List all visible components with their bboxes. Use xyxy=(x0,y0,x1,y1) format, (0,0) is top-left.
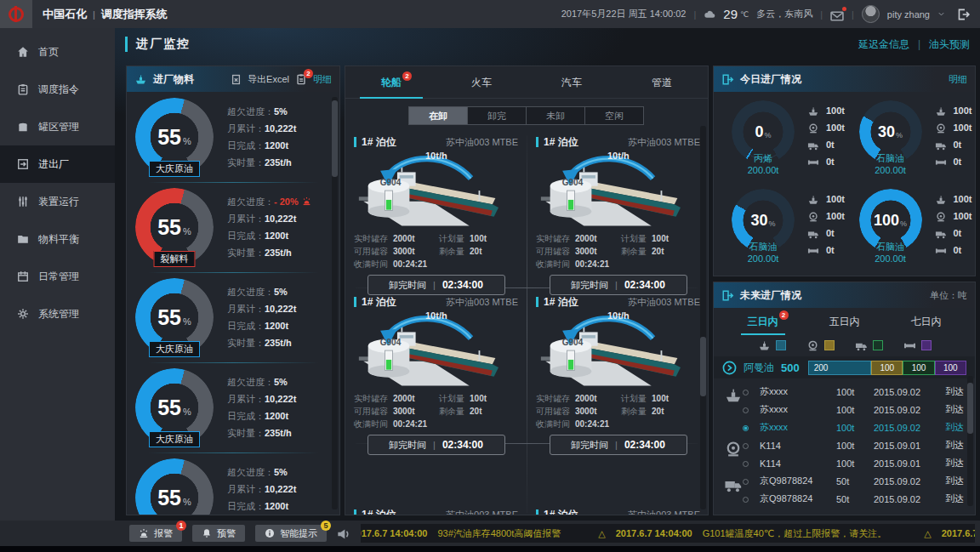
today-gauge-cell: 30% 石脑油 200.00t 100t 100t 0t 0t xyxy=(846,95,974,184)
table-row[interactable]: 苏xxxx100t2015.09.02到达 xyxy=(714,401,975,418)
unit-label: 单位：吨 xyxy=(930,289,967,302)
delay-fee-link[interactable]: 延迟金信息 xyxy=(858,37,909,52)
ship-tank-illustration xyxy=(536,312,700,390)
table-row[interactable]: 京Q987882450t2015.09.02到达 xyxy=(714,490,975,508)
bottom-strip xyxy=(0,546,980,552)
tab-5-days[interactable]: 五日内 xyxy=(804,315,886,335)
truck-icon xyxy=(855,339,868,350)
sidebar: 首页 调度指令 罐区管理 进出厂 装置运行 物料平衡 日常管理 系统管理 xyxy=(0,28,115,521)
today-gauge-cell: 30% 石脑油 200.00t 100t 100t 0t 0t xyxy=(719,184,846,272)
berth-card: 1# 泊位苏中油003 MTBE xyxy=(527,292,708,443)
folder-icon xyxy=(17,233,29,245)
smart-tips-button[interactable]: 智能提示5 xyxy=(255,525,327,542)
material-gauge: 55% 大庆原油 xyxy=(135,458,214,515)
user-avatar[interactable] xyxy=(862,5,880,23)
home-icon xyxy=(17,46,29,58)
status-tab-idle[interactable]: 空闲 xyxy=(584,106,644,125)
timeline-dot xyxy=(743,390,749,396)
ship-tab-badge: 2 xyxy=(402,71,412,81)
tab-truck[interactable]: 汽车 xyxy=(527,76,617,98)
table-row[interactable]: K114100t2015.09.01到达 xyxy=(714,454,975,472)
mail-icon[interactable] xyxy=(830,9,844,20)
report-icon[interactable]: 2 xyxy=(295,73,307,85)
export-excel-button[interactable]: 导出Excel xyxy=(248,73,289,86)
sidebar-item-tank-farm[interactable]: 罐区管理 xyxy=(0,108,115,145)
sidebar-item-system-management[interactable]: 系统管理 xyxy=(0,295,115,333)
material-gauge: 55% 裂解料 xyxy=(135,188,214,266)
temperature: 29 xyxy=(723,7,738,21)
speaker-icon[interactable] xyxy=(337,527,350,539)
ship-icon xyxy=(724,386,743,397)
alarm-button[interactable]: 报警1 xyxy=(129,525,182,542)
today-panel-title: 今日进厂情况 xyxy=(740,72,801,87)
oil-head-forecast-link[interactable]: 油头预测 xyxy=(929,37,970,52)
train-icon xyxy=(935,211,947,221)
gear-icon xyxy=(17,308,29,320)
ship-icon xyxy=(134,73,147,86)
future-scrollbar[interactable] xyxy=(967,383,973,434)
weather-cloud-icon xyxy=(704,9,715,20)
vessel-name: 苏中油003 MTBE xyxy=(628,296,700,309)
materials-detail-link[interactable]: 明细 xyxy=(313,73,332,86)
status-tab-unloading[interactable]: 在卸 xyxy=(408,106,468,125)
bar-segment-ship: 200 xyxy=(808,361,872,375)
stacked-bar: 200 100 100 100 xyxy=(808,361,966,375)
page-title: 进厂监控 xyxy=(125,37,191,52)
app-title: 中国石化 | 调度指挥系统 xyxy=(43,7,168,22)
warning-button[interactable]: 预警 xyxy=(192,525,245,542)
tab-7-days[interactable]: 七日内 xyxy=(886,315,967,335)
material-summary-row: 阿曼油 500 200 100 100 100 xyxy=(714,356,975,378)
vessels-scrollbar[interactable] xyxy=(700,337,706,396)
bell-icon xyxy=(202,528,212,538)
status-tab-not-unloaded[interactable]: 未卸 xyxy=(526,106,585,125)
future-arrivals-panel: 未来进厂情况 单位：吨 三日内2 五日内 七日内 阿曼油 50 xyxy=(713,282,976,515)
timeline-dot xyxy=(743,479,749,485)
logout-icon[interactable] xyxy=(956,8,970,21)
sidebar-item-material-balance[interactable]: 物料平衡 xyxy=(0,220,115,258)
gauge-amount: 200.00t xyxy=(721,165,806,175)
user-name[interactable]: pity zhang xyxy=(887,9,930,20)
bar-segment-truck: 100 xyxy=(903,361,934,375)
berth-scene: 10t/h G904 xyxy=(536,152,700,230)
today-gauge-cell: 0% 丙烯 200.00t 100t 100t 0t 0t xyxy=(719,95,846,184)
sidebar-item-daily-management[interactable]: 日常管理 xyxy=(0,258,115,295)
tab-ship[interactable]: 轮船2 xyxy=(346,76,436,98)
gauge-material-name: 石脑油 xyxy=(721,241,806,253)
brand-divider: | xyxy=(93,9,95,20)
sinopec-logo-icon xyxy=(9,7,24,22)
sidebar-item-home[interactable]: 首页 xyxy=(0,33,115,71)
today-detail-link[interactable]: 明细 xyxy=(949,73,967,86)
material-gauge: 55% 大庆原油 xyxy=(135,368,214,447)
sidebar-item-unit-operation[interactable]: 装置运行 xyxy=(0,183,115,220)
brand-name: 中国石化 xyxy=(43,7,87,22)
table-row[interactable]: K114100t2015.09.01到达 xyxy=(714,436,975,454)
sidebar-item-in-out-factory[interactable]: 进出厂 xyxy=(0,145,115,183)
truck-icon xyxy=(935,139,947,150)
unload-time-button[interactable]: 卸完时间|02:34:00 xyxy=(550,435,687,455)
alert-bar: 报警1 预警 智能提示5 △2017.6.7 14:04:0093#汽油库存48… xyxy=(0,521,980,546)
materials-scrollbar[interactable] xyxy=(332,100,338,177)
tab-pipeline[interactable]: 管道 xyxy=(617,76,707,98)
unload-time-button[interactable]: 卸完时间|02:34:00 xyxy=(368,435,505,455)
table-row-selected[interactable]: 苏xxxx100t2015.09.02到达 xyxy=(714,418,975,436)
tank-id: G904 xyxy=(555,178,590,187)
tab-train[interactable]: 火车 xyxy=(436,76,527,98)
tab-3-days[interactable]: 三日内2 xyxy=(722,315,804,335)
ship-icon xyxy=(807,194,819,204)
system-name: 调度指挥系统 xyxy=(101,7,168,22)
sidebar-item-dispatch-orders[interactable]: 调度指令 xyxy=(0,71,115,108)
tank-id: G904 xyxy=(555,338,590,347)
berth-card: 1# 泊位苏中油003 MTBE xyxy=(527,132,708,283)
mail-notification-dot xyxy=(842,7,846,11)
bar-segment-train: 100 xyxy=(871,361,903,375)
material-name-badge: 裂解料 xyxy=(154,251,196,267)
timeline-dot-selected xyxy=(743,425,749,431)
status-tab-unloaded[interactable]: 卸完 xyxy=(467,106,527,125)
future-arrivals-table: 苏xxxx100t2015.09.02到达 苏xxxx100t2015.09.0… xyxy=(714,383,975,508)
alert-message: △2017.6.7 14:04:00G101罐温度40℃，超过上限报警，请关注。 xyxy=(598,527,886,540)
expand-icon[interactable] xyxy=(722,361,737,375)
table-row[interactable]: 京Q987882450t2015.09.02到达 xyxy=(714,472,975,490)
chevron-down-icon[interactable] xyxy=(937,10,945,18)
top-bar: 中国石化 | 调度指挥系统 2017年5月22日 周五 14:00:02 | 2… xyxy=(0,0,980,28)
table-row[interactable]: 苏xxxx100t2015.09.02到达 xyxy=(714,383,975,401)
